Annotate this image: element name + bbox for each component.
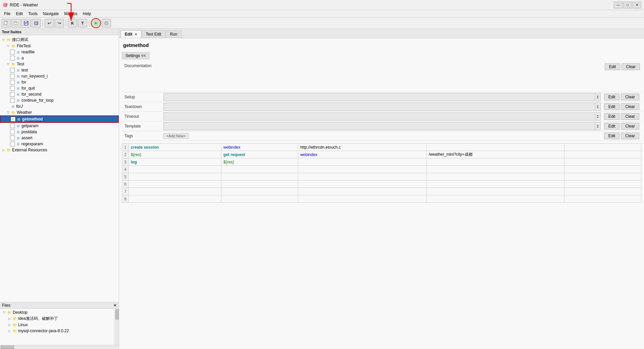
grid-cell-4-1[interactable]	[129, 166, 221, 173]
k-button[interactable]: K	[68, 19, 77, 28]
t-button[interactable]: T	[78, 19, 87, 28]
teardown-edit-button[interactable]: Edit	[604, 103, 620, 110]
grid-cell-1-4[interactable]	[427, 144, 565, 151]
setup-edit-button[interactable]: Edit	[604, 94, 620, 100]
settings-toggle-button[interactable]: Settings <<	[122, 52, 150, 59]
tab-edit-close[interactable]: ✕	[135, 33, 137, 36]
grid-cell-8-5[interactable]	[564, 195, 641, 203]
menu-file[interactable]: File	[1, 11, 13, 17]
checkbox-assert[interactable]	[10, 136, 15, 140]
tags-edit-button[interactable]: Edit	[604, 133, 620, 139]
checkbox-for-quit[interactable]	[10, 86, 15, 91]
expand-linux[interactable]: ▷	[7, 322, 12, 328]
grid-cell-3-2[interactable]: ${res}	[221, 158, 298, 166]
template-edit-button[interactable]: Edit	[604, 123, 620, 130]
tags-add-button[interactable]: <Add New>	[163, 133, 189, 139]
grid-cell-1-5[interactable]	[564, 144, 641, 151]
stop-button[interactable]	[102, 19, 111, 28]
grid-cell-3-1[interactable]: log	[129, 158, 221, 166]
grid-cell-7-2[interactable]	[221, 188, 298, 195]
tags-clear-button[interactable]: Clear	[621, 133, 639, 139]
grid-cell-4-2[interactable]	[221, 166, 298, 173]
timeout-edit-button[interactable]: Edit	[604, 113, 620, 120]
tree-node-run-keyword[interactable]: ⊞ run_keyword_i	[0, 73, 119, 79]
grid-cell-5-5[interactable]	[564, 173, 641, 181]
files-node-desktop[interactable]: ▽ 📁 Desktop	[1, 309, 114, 315]
files-node-linux[interactable]: ▷ 📁 Linux	[1, 322, 114, 328]
teardown-clear-button[interactable]: Clear	[621, 103, 639, 110]
template-input[interactable]	[163, 122, 595, 130]
expand-desktop[interactable]: ▽	[1, 310, 7, 315]
files-close-button[interactable]: ✕	[113, 303, 117, 308]
tree-node-regexparam[interactable]: ⊞ regexparam	[0, 141, 119, 147]
tree-node-for-second[interactable]: ⊞ for_second	[0, 91, 119, 97]
tree-node-for[interactable]: ⊞ for	[0, 79, 119, 85]
close-button[interactable]: ✕	[633, 2, 641, 8]
grid-cell-2-5[interactable]	[564, 151, 641, 158]
teardown-arrow[interactable]: ▲ ▼	[595, 103, 601, 111]
expand-weather[interactable]: ▽	[5, 110, 11, 115]
checkbox-for[interactable]	[10, 80, 15, 85]
minimize-button[interactable]: —	[614, 2, 623, 8]
tree-node-readfile[interactable]: ⊞ readfile	[0, 49, 119, 55]
grid-cell-7-3[interactable]	[298, 188, 427, 195]
timeout-input[interactable]	[163, 112, 595, 120]
checkbox-for-second[interactable]	[10, 92, 15, 97]
documentation-edit-button[interactable]: Edit	[605, 63, 621, 70]
tree-node-assert[interactable]: ⊞ assert	[0, 135, 119, 141]
tree-node-filetest[interactable]: ▽ 📁 FileTest	[0, 43, 119, 49]
checkbox-a[interactable]	[10, 56, 15, 60]
expand-mysql[interactable]: ▷	[7, 328, 12, 334]
grid-cell-1-3[interactable]: http://wthrcdn.etouch.c	[298, 144, 427, 151]
grid-cell-3-5[interactable]	[564, 158, 641, 166]
tree-node-forJ[interactable]: ⊞ forJ	[0, 103, 119, 109]
tree-node-test-suite[interactable]: ▽ 📁 Test	[0, 61, 119, 67]
menu-tools[interactable]: Tools	[25, 11, 40, 17]
grid-cell-5-2[interactable]	[221, 173, 298, 181]
files-node-mysql[interactable]: ▷ 📁 mysql-connector-java-8.0.22	[1, 328, 114, 334]
setup-input[interactable]	[163, 93, 595, 101]
expand-idea[interactable]: ▷	[7, 316, 12, 321]
timeout-arrow[interactable]: ▲ ▼	[595, 112, 601, 120]
tree-node-for-quit[interactable]: ⊞ for_quit	[0, 85, 119, 91]
grid-cell-2-3[interactable]: webindex	[298, 151, 427, 158]
grid-cell-8-4[interactable]	[427, 195, 565, 203]
setup-clear-button[interactable]: Clear	[621, 94, 639, 100]
files-node-idea[interactable]: ▷ 📁 idea激活码、破解补丁	[1, 315, 114, 322]
grid-cell-8-2[interactable]	[221, 195, 298, 203]
grid-cell-3-3[interactable]	[298, 158, 427, 166]
grid-cell-6-4[interactable]	[427, 181, 565, 188]
expand-root[interactable]: ▽	[1, 37, 6, 43]
checkbox-continue-for[interactable]	[10, 98, 15, 103]
grid-cell-5-1[interactable]	[129, 173, 221, 181]
grid-cell-8-1[interactable]	[129, 195, 221, 203]
expand-test[interactable]: ▽	[5, 61, 11, 67]
run-button[interactable]	[91, 18, 101, 28]
timeout-clear-button[interactable]: Clear	[621, 113, 639, 120]
undo-button[interactable]: ↩	[45, 19, 54, 28]
tree-node-external[interactable]: ▷ 📁 External Resources	[0, 147, 119, 153]
new-button[interactable]	[1, 19, 11, 28]
checkbox-getmethod[interactable]: ✓	[11, 117, 15, 121]
grid-cell-8-3[interactable]	[298, 195, 427, 203]
checkbox-test[interactable]	[10, 68, 15, 72]
grid-cell-2-1[interactable]: ${res}	[129, 151, 221, 158]
template-clear-button[interactable]: Clear	[621, 123, 639, 130]
save-button[interactable]	[21, 19, 31, 28]
redo-button[interactable]: ↪	[55, 19, 64, 28]
menu-edit[interactable]: Edit	[13, 11, 25, 17]
grid-cell-1-2[interactable]: webindex	[221, 144, 298, 151]
documentation-content[interactable]	[162, 62, 603, 89]
checkbox-getparam[interactable]	[10, 123, 15, 128]
grid-cell-4-5[interactable]	[564, 166, 641, 173]
grid-cell-6-1[interactable]	[129, 181, 221, 188]
tree-node-getparam[interactable]: ⊞ getparam	[0, 123, 119, 129]
tree-node-weather[interactable]: ▽ 📁 Weather	[0, 109, 119, 115]
teardown-input[interactable]	[163, 103, 595, 111]
grid-cell-7-5[interactable]	[564, 188, 641, 195]
tab-textedit[interactable]: Text Edit	[142, 30, 166, 38]
tab-edit[interactable]: Edit ✕	[120, 30, 142, 38]
documentation-clear-button[interactable]: Clear	[622, 63, 640, 70]
tree-node-test[interactable]: ⊞ test	[0, 67, 119, 73]
grid-cell-5-3[interactable]	[298, 173, 427, 181]
